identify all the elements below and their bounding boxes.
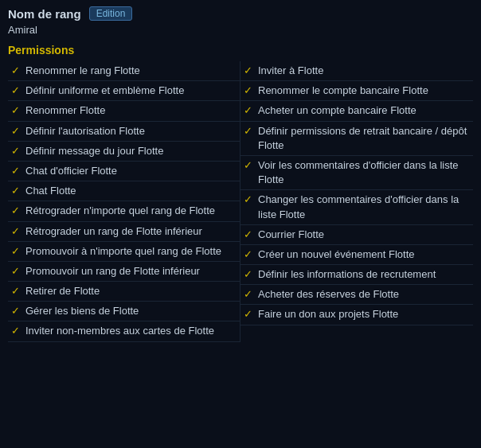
check-icon: ✓ — [11, 84, 22, 96]
right-perm-item: ✓ Voir les commentaires d'officier dans … — [240, 156, 473, 190]
perm-label: Définir uniforme et emblème Flotte — [25, 84, 184, 98]
left-perm-item: ✓ Chat d'officier Flotte — [8, 162, 240, 181]
right-perm-item: ✓ Définir permissions de retrait bancair… — [240, 122, 473, 156]
perm-label: Promouvoir à n'importe quel rang de Flot… — [25, 244, 221, 259]
right-permissions-col: ✓ Inviter à Flotte ✓ Renommer le compte … — [240, 61, 473, 342]
left-perm-item: ✓ Retirer de Flotte — [8, 282, 240, 302]
left-perm-item: ✓ Rétrograder un rang de Flotte inférieu… — [8, 222, 240, 242]
page-title: Nom de rang — [8, 7, 81, 21]
left-perm-item: ✓ Définir l'autorisation Flotte — [8, 122, 240, 142]
check-icon: ✓ — [244, 64, 255, 76]
perm-label: Chat Flotte — [25, 184, 76, 198]
check-icon: ✓ — [244, 193, 255, 205]
perm-label: Inviter à Flotte — [258, 64, 323, 78]
perm-label: Créer un nouvel événement Flotte — [258, 247, 415, 262]
perm-label: Retirer de Flotte — [25, 284, 100, 298]
perm-label: Inviter non-membres aux cartes de Flotte — [25, 324, 214, 338]
perm-label: Voir les commentaires d'officier dans la… — [258, 158, 470, 187]
perm-label: Renommer le compte bancaire Flotte — [258, 84, 428, 98]
check-icon: ✓ — [244, 248, 255, 260]
perm-label: Promouvoir un rang de Flotte inférieur — [25, 264, 200, 279]
perm-label: Rétrograder un rang de Flotte inférieur — [25, 224, 202, 239]
check-icon: ✓ — [11, 64, 22, 76]
check-icon: ✓ — [244, 308, 255, 320]
perm-label: Définir l'autorisation Flotte — [25, 124, 145, 138]
check-icon: ✓ — [11, 285, 22, 297]
right-perm-item: ✓ Inviter à Flotte — [240, 61, 473, 81]
left-perm-item: ✓ Renommer le rang Flotte — [8, 61, 240, 81]
check-icon: ✓ — [11, 145, 22, 157]
perm-label: Acheter un compte bancaire Flotte — [258, 103, 416, 118]
right-perm-item: ✓ Définir les informations de recrutemen… — [240, 265, 473, 285]
left-perm-item: ✓ Promouvoir à n'importe quel rang de Fl… — [8, 242, 240, 262]
right-perm-item: ✓ Courrier Flotte — [240, 225, 473, 245]
right-perm-item: ✓ Changer les commentaires d'officier da… — [240, 190, 473, 224]
check-icon: ✓ — [11, 325, 22, 337]
check-icon: ✓ — [244, 104, 255, 116]
check-icon: ✓ — [11, 205, 22, 216]
check-icon: ✓ — [11, 265, 22, 277]
perm-label: Rétrograder n'importe quel rang de Flott… — [25, 204, 215, 218]
left-perm-item: ✓ Renommer Flotte — [8, 101, 240, 121]
check-icon: ✓ — [244, 84, 255, 96]
check-icon: ✓ — [11, 185, 22, 197]
check-icon: ✓ — [244, 288, 255, 300]
left-perm-item: ✓ Inviter non-membres aux cartes de Flot… — [8, 321, 240, 341]
header-row: Nom de rang Edition — [8, 6, 473, 21]
check-icon: ✓ — [11, 225, 22, 237]
right-perm-item: ✓ Acheter un compte bancaire Flotte — [240, 101, 473, 121]
check-icon: ✓ — [11, 245, 22, 257]
check-icon: ✓ — [244, 228, 255, 240]
left-perm-item: ✓ Définir message du jour Flotte — [8, 142, 240, 162]
right-perm-item: ✓ Renommer le compte bancaire Flotte — [240, 81, 473, 101]
perm-label: Faire un don aux projets Flotte — [258, 307, 398, 321]
permissions-grid: ✓ Renommer le rang Flotte ✓ Définir unif… — [8, 61, 473, 342]
right-perm-item: ✓ Acheter des réserves de Flotte — [240, 285, 473, 305]
right-perm-item: ✓ Créer un nouvel événement Flotte — [240, 245, 473, 265]
check-icon: ✓ — [11, 104, 22, 116]
check-icon: ✓ — [11, 125, 22, 137]
permissions-title: Permissions — [8, 44, 473, 56]
check-icon: ✓ — [11, 305, 22, 317]
perm-label: Chat d'officier Flotte — [25, 164, 117, 178]
left-perm-item: ✓ Chat Flotte — [8, 181, 240, 201]
check-icon: ✓ — [244, 159, 255, 171]
check-icon: ✓ — [11, 165, 22, 177]
perm-label: Définir message du jour Flotte — [25, 144, 163, 158]
left-permissions-col: ✓ Renommer le rang Flotte ✓ Définir unif… — [8, 61, 240, 342]
perm-label: Définir permissions de retrait bancaire … — [258, 124, 470, 153]
perm-label: Courrier Flotte — [258, 228, 324, 242]
right-perm-item: ✓ Faire un don aux projets Flotte — [240, 305, 473, 325]
perm-label: Renommer le rang Flotte — [25, 64, 140, 78]
perm-label: Définir les informations de recrutement — [258, 267, 436, 282]
left-perm-item: ✓ Gérer les biens de Flotte — [8, 302, 240, 321]
left-perm-item: ✓ Rétrograder n'importe quel rang de Flo… — [8, 201, 240, 221]
perm-label: Changer les commentaires d'officier dans… — [258, 193, 470, 221]
rank-name: Amiral — [8, 24, 473, 36]
check-icon: ✓ — [244, 125, 255, 137]
perm-label: Acheter des réserves de Flotte — [258, 287, 399, 302]
edition-button[interactable]: Edition — [89, 6, 133, 21]
left-perm-item: ✓ Définir uniforme et emblème Flotte — [8, 81, 240, 101]
perm-label: Renommer Flotte — [25, 103, 105, 118]
perm-label: Gérer les biens de Flotte — [25, 304, 139, 318]
check-icon: ✓ — [244, 268, 255, 280]
left-perm-item: ✓ Promouvoir un rang de Flotte inférieur — [8, 262, 240, 282]
